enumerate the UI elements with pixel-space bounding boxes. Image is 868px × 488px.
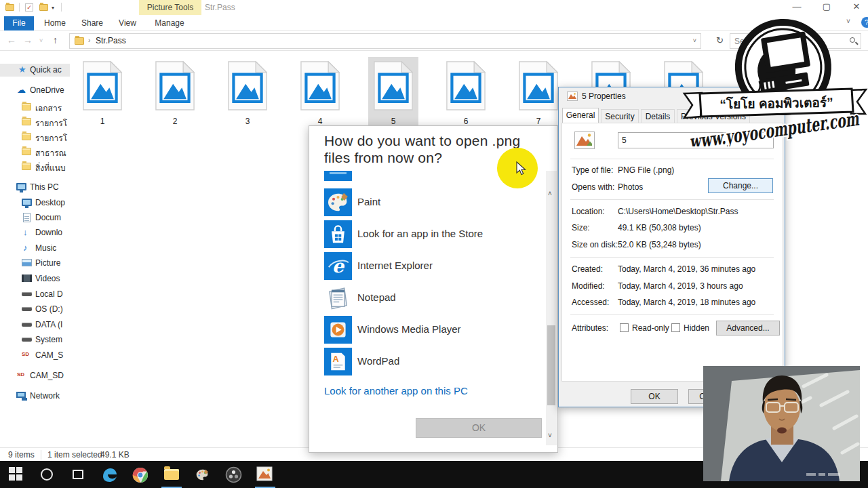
disk-icon — [22, 323, 32, 327]
sidebar-item-os-d[interactable]: OS (D:) — [0, 303, 70, 316]
filename-field[interactable]: 5 — [618, 132, 774, 148]
scroll-down-icon[interactable]: ˅ — [548, 432, 552, 439]
sidebar-item-folder[interactable]: เอกสาร — [0, 100, 70, 113]
disk-icon — [22, 338, 32, 342]
hidden-label: Hidden — [684, 323, 709, 333]
properties-ok-button[interactable]: OK — [631, 389, 678, 404]
recent-locations-icon[interactable]: ˅ — [39, 37, 43, 44]
edge-icon[interactable] — [101, 466, 119, 483]
maximize-button[interactable]: ▢ — [816, 1, 837, 14]
readonly-checkbox[interactable] — [620, 323, 629, 332]
tab-view[interactable]: View — [114, 16, 141, 30]
svg-text:e: e — [332, 255, 345, 277]
quick-access-toolbar-icon[interactable] — [5, 4, 14, 11]
image-file-icon — [374, 61, 413, 110]
up-icon[interactable]: ↑ — [53, 35, 58, 45]
sidebar-item-folder[interactable]: รายการโ — [0, 130, 70, 143]
sidebar-item-this-pc[interactable]: This PC — [0, 181, 70, 194]
search-input[interactable]: Se — [734, 37, 745, 46]
tab-manage[interactable]: Manage — [151, 16, 189, 30]
file-item[interactable]: 6 — [441, 57, 491, 130]
new-folder-qat-icon[interactable] — [39, 4, 48, 11]
app-tile-partial[interactable] — [324, 171, 352, 181]
close-button[interactable]: ✕ — [846, 1, 867, 14]
advanced-button[interactable]: Advanced... — [716, 321, 780, 336]
minimize-button[interactable]: — — [787, 1, 807, 14]
open-with-app-store[interactable]: Look for an app in the Store — [324, 220, 528, 248]
sidebar-item-videos[interactable]: Videos — [0, 272, 70, 285]
change-button[interactable]: Change... — [708, 178, 773, 193]
tab-details[interactable]: Details — [641, 109, 675, 123]
dialog-scrollbar[interactable]: ˄ ˅ — [546, 171, 557, 445]
open-with-app-paint[interactable]: Paint — [324, 188, 528, 216]
cloud-icon: ☁ — [17, 85, 26, 94]
tab-security[interactable]: Security — [601, 109, 639, 123]
file-item-selected[interactable]: 5 — [368, 57, 418, 130]
divider — [570, 314, 774, 315]
sidebar-item-network[interactable]: Network — [0, 390, 70, 403]
sidebar-item-desktop[interactable]: Desktop — [0, 197, 70, 209]
field-label: Size on disk: — [572, 240, 618, 249]
sidebar-item-folder[interactable]: รายการโ — [0, 115, 70, 128]
tab-share[interactable]: Share — [77, 16, 107, 30]
open-with-app-internet-explorer[interactable]: e Internet Explorer — [324, 252, 528, 280]
desktop-screen: ✓ ▾ Picture Tools Str.Pass — ▢ ✕ File Ho… — [0, 0, 868, 488]
hidden-checkbox[interactable] — [671, 323, 680, 332]
sidebar-item-documents[interactable]: Docum — [0, 211, 70, 224]
tab-general[interactable]: General — [562, 108, 599, 123]
sidebar-item-pictures[interactable]: Picture — [0, 257, 70, 270]
tab-file[interactable]: File — [4, 16, 34, 30]
address-bar[interactable]: › Str.Pass ˅ — [69, 33, 701, 49]
properties-qat-icon[interactable]: ✓ — [25, 3, 33, 12]
collapse-ribbon-icon[interactable]: ˅ — [846, 18, 850, 25]
open-with-app-wordpad[interactable]: A WordPad — [324, 348, 528, 375]
chrome-icon[interactable] — [132, 466, 149, 483]
task-view-button[interactable] — [69, 466, 87, 483]
sidebar-item-folder[interactable]: สิ่งที่แนบ — [0, 160, 70, 173]
help-icon[interactable]: ? — [861, 17, 868, 28]
tab-home[interactable]: Home — [41, 16, 69, 30]
sidebar-item-music[interactable]: ♪ Music — [0, 242, 70, 255]
picture-tools-contextual-tab[interactable]: Picture Tools — [139, 0, 201, 15]
field-label: Accessed: — [572, 298, 609, 307]
media-player-icon — [324, 316, 352, 344]
search-box[interactable]: Se — [730, 33, 861, 49]
selection-count: 1 item selected — [47, 450, 102, 460]
tab-previous-versions[interactable]: Previous Versions — [677, 109, 750, 123]
paint-taskbar-icon[interactable] — [194, 466, 212, 483]
sidebar-item-data[interactable]: DATA (I — [0, 319, 70, 331]
address-dropdown-icon[interactable]: ˅ — [693, 37, 696, 44]
forward-icon[interactable]: → — [23, 35, 33, 45]
start-button[interactable] — [8, 466, 26, 483]
file-item[interactable]: 7 — [513, 57, 564, 130]
field-label: Attributes: — [572, 323, 608, 333]
refresh-icon[interactable]: ↻ — [716, 35, 724, 45]
open-with-app-windows-media-player[interactable]: Windows Media Player — [324, 316, 528, 344]
look-for-another-app-link[interactable]: Look for another app on this PC — [324, 385, 468, 396]
divider — [570, 257, 774, 258]
breadcrumb-chevron-icon: › — [88, 37, 90, 44]
open-with-app-notepad[interactable]: Notepad — [324, 284, 528, 312]
breadcrumb[interactable]: Str.Pass — [96, 36, 126, 45]
file-item[interactable]: 3 — [222, 57, 273, 130]
sidebar-item-cam-sd[interactable]: SD CAM_SD — [0, 369, 70, 382]
cortana-button[interactable] — [38, 466, 56, 483]
sidebar-item-onedrive[interactable]: ☁ OneDrive — [0, 84, 70, 97]
sidebar-item-cam-sd-child[interactable]: SD CAM_S — [0, 349, 70, 362]
qat-dropdown-icon[interactable]: ▾ — [52, 5, 54, 11]
file-item[interactable]: 4 — [295, 57, 345, 130]
obs-icon[interactable] — [225, 466, 243, 483]
sidebar-item-local-disk[interactable]: Local D — [0, 288, 70, 301]
dialog-ok-button[interactable]: OK — [416, 418, 542, 438]
photos-app-icon[interactable] — [256, 466, 274, 483]
scroll-up-icon[interactable]: ˄ — [548, 190, 552, 197]
file-explorer-icon[interactable] — [163, 466, 180, 483]
file-item[interactable]: 2 — [150, 57, 200, 130]
sidebar-item-downloads[interactable]: ↓ Downlo — [0, 226, 70, 239]
sidebar-item-folder[interactable]: สาธารณ — [0, 145, 70, 158]
sidebar-item-system[interactable]: System — [0, 333, 70, 346]
sidebar-item-quick-access[interactable]: ★ Quick ac — [0, 64, 70, 77]
back-icon[interactable]: ← — [7, 35, 16, 45]
file-item[interactable]: 1 — [77, 57, 127, 130]
scrollbar-thumb[interactable] — [547, 325, 555, 405]
